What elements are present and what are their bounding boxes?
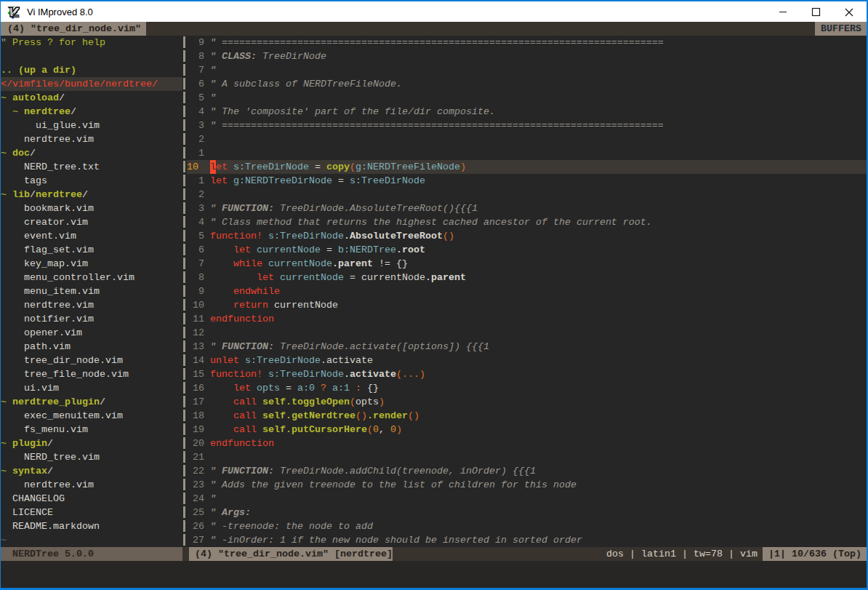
svg-text:im: im: [12, 12, 19, 19]
